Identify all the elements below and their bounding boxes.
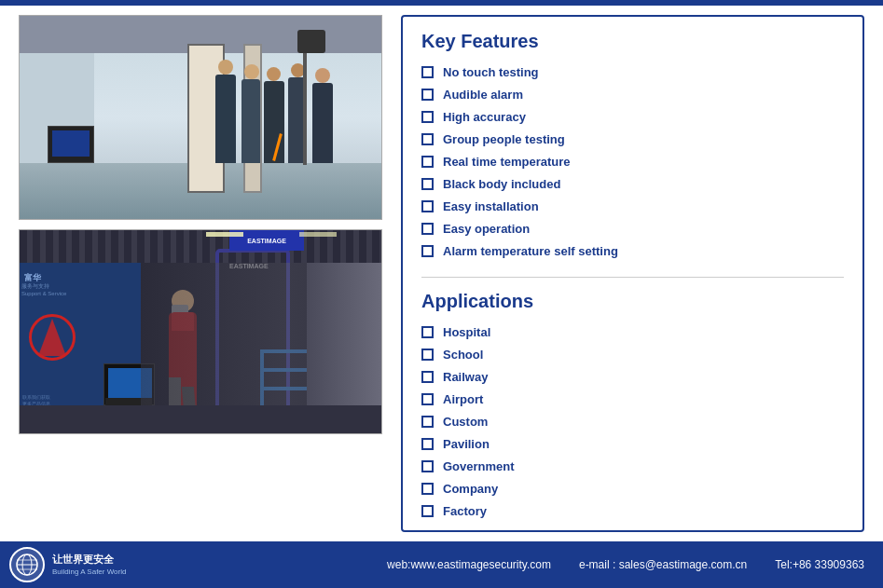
tel-label: Tel: <box>775 558 793 571</box>
footer-logo-chinese: 让世界更安全 <box>52 553 126 567</box>
app-label: Railway <box>443 370 488 384</box>
footer-tel: Tel:+86 33909363 <box>775 558 864 571</box>
checkbox-icon <box>421 483 434 495</box>
checkbox-icon <box>421 505 434 517</box>
list-item: School <box>421 348 844 362</box>
checkbox-icon <box>421 133 434 145</box>
feature-label: No touch testing <box>443 65 539 79</box>
list-item: Easy installation <box>421 199 844 213</box>
feature-label: Black body included <box>443 177 560 191</box>
key-features-title: Key Features <box>421 31 844 52</box>
web-label: web: <box>387 558 410 571</box>
checkbox-icon <box>421 460 434 472</box>
footer-email: e-mail : sales@eastimage.com.cn <box>579 558 747 571</box>
footer-logo: 让世界更安全 Building A Safer World <box>9 547 126 582</box>
list-item: Real time temperature <box>421 155 844 169</box>
app-label: Government <box>443 459 515 473</box>
checkbox-icon <box>421 349 434 361</box>
feature-label: Real time temperature <box>443 155 571 169</box>
list-item: Audible alarm <box>421 88 844 102</box>
app-label: Custom <box>443 415 488 429</box>
app-label: Pavilion <box>443 437 490 451</box>
footer-logo-english: Building A Safer World <box>52 567 126 577</box>
list-item: Government <box>421 459 844 473</box>
feature-label: Audible alarm <box>443 88 523 102</box>
checkbox-icon <box>421 89 434 101</box>
section-divider <box>421 277 844 278</box>
app-label: School <box>443 348 483 362</box>
list-item: Easy operation <box>421 222 844 236</box>
list-item: Hospital <box>421 325 844 339</box>
checkbox-icon <box>421 326 434 338</box>
images-column: 富华 服务与支持Support & Service 联系我们获取更多产品信息与服… <box>19 15 382 527</box>
tel-value: +86 33909363 <box>793 558 864 571</box>
checkbox-icon <box>421 438 434 450</box>
email-value: sales@eastimage.com.cn <box>619 558 748 571</box>
feature-label: Easy installation <box>443 199 539 213</box>
checkbox-icon <box>421 66 434 78</box>
list-item: Railway <box>421 370 844 384</box>
list-item: Group people testing <box>421 132 844 146</box>
checkbox-icon <box>421 200 434 212</box>
app-label: Airport <box>443 392 483 406</box>
checkbox-icon <box>421 416 434 428</box>
list-item: Alarm temperature self setting <box>421 244 844 258</box>
key-features-list: No touch testing Audible alarm High accu… <box>421 65 844 258</box>
applications-list: Hospital School Railway Airport Custom P… <box>421 325 844 518</box>
checkbox-icon <box>421 178 434 190</box>
checkbox-icon <box>421 223 434 235</box>
feature-label: Group people testing <box>443 132 565 146</box>
footer-web: web:www.eastimagesecurity.com <box>387 558 551 571</box>
applications-title: Applications <box>421 291 844 312</box>
feature-label: Alarm temperature self setting <box>443 244 618 258</box>
footer-logo-circle <box>9 547 45 582</box>
features-panel: Key Features No touch testing Audible al… <box>401 15 864 532</box>
app-label: Factory <box>443 504 487 518</box>
checkbox-icon <box>421 245 434 257</box>
photo-top <box>19 15 382 220</box>
app-label: Hospital <box>443 325 490 339</box>
checkbox-icon <box>421 156 434 168</box>
web-value: www.eastimagesecurity.com <box>410 558 551 571</box>
list-item: No touch testing <box>421 65 844 79</box>
feature-label: High accuracy <box>443 110 526 124</box>
list-item: Custom <box>421 415 844 429</box>
app-label: Company <box>443 482 498 496</box>
list-item: Company <box>421 482 844 496</box>
footer-contacts: web:www.eastimagesecurity.com e-mail : s… <box>387 558 864 571</box>
list-item: Factory <box>421 504 844 518</box>
list-item: Pavilion <box>421 437 844 451</box>
feature-label: Easy operation <box>443 222 530 236</box>
main-content: 富华 服务与支持Support & Service 联系我们获取更多产品信息与服… <box>0 6 883 527</box>
checkbox-icon <box>421 371 434 383</box>
photo-bottom: 富华 服务与支持Support & Service 联系我们获取更多产品信息与服… <box>19 229 382 434</box>
list-item: Airport <box>421 392 844 406</box>
footer-logo-text: 让世界更安全 Building A Safer World <box>52 553 126 578</box>
list-item: Black body included <box>421 177 844 191</box>
list-item: High accuracy <box>421 110 844 124</box>
footer: 让世界更安全 Building A Safer World web:www.ea… <box>0 541 883 588</box>
email-label: e-mail : <box>579 558 619 571</box>
checkbox-icon <box>421 111 434 123</box>
checkbox-icon <box>421 393 434 405</box>
